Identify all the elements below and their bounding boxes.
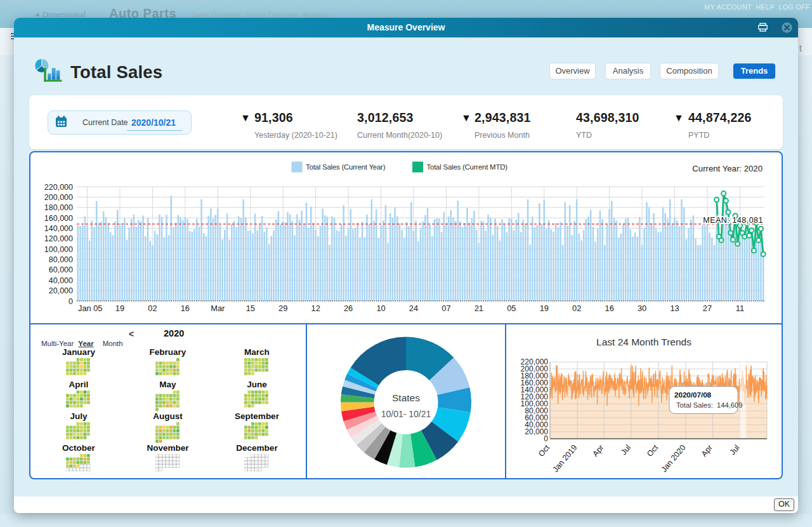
svg-text:100,000: 100,000 bbox=[44, 245, 73, 254]
svg-text:Total Sales (Current Year): Total Sales (Current Year) bbox=[306, 163, 386, 171]
svg-text:Total Sales: 144,609: Total Sales: 144,609 bbox=[676, 401, 743, 409]
svg-text:Oct: Oct bbox=[537, 443, 552, 458]
svg-text:2020/07/08: 2020/07/08 bbox=[674, 390, 712, 399]
svg-text:11: 11 bbox=[736, 304, 744, 313]
svg-text:10: 10 bbox=[376, 304, 385, 313]
svg-text:Last 24 Month Trends: Last 24 Month Trends bbox=[596, 337, 691, 347]
svg-text:60,000: 60,000 bbox=[49, 265, 73, 274]
svg-text:Current Year: 2020: Current Year: 2020 bbox=[692, 164, 763, 173]
svg-text:220,000: 220,000 bbox=[521, 357, 549, 366]
svg-text:30: 30 bbox=[638, 304, 646, 313]
svg-text:Oct: Oct bbox=[645, 443, 660, 458]
svg-text:160,000: 160,000 bbox=[44, 214, 73, 223]
svg-text:Apr: Apr bbox=[591, 443, 605, 458]
svg-text:02: 02 bbox=[572, 304, 581, 313]
svg-text:27: 27 bbox=[703, 304, 712, 313]
svg-text:120,000: 120,000 bbox=[44, 234, 73, 243]
svg-text:05: 05 bbox=[507, 304, 516, 313]
svg-text:16: 16 bbox=[605, 304, 614, 313]
svg-text:Jul: Jul bbox=[728, 443, 742, 457]
svg-text:Mar: Mar bbox=[211, 304, 225, 313]
svg-text:0: 0 bbox=[69, 297, 73, 306]
svg-text:21: 21 bbox=[475, 304, 483, 313]
svg-text:Jan 05: Jan 05 bbox=[78, 304, 102, 313]
svg-text:States: States bbox=[392, 392, 420, 403]
svg-text:Total Sales (Current MTD): Total Sales (Current MTD) bbox=[427, 163, 508, 171]
svg-text:12: 12 bbox=[311, 304, 320, 313]
svg-text:80,000: 80,000 bbox=[49, 255, 73, 264]
svg-text:200,000: 200,000 bbox=[44, 193, 73, 202]
svg-text:15: 15 bbox=[246, 304, 255, 313]
svg-text:140,000: 140,000 bbox=[44, 224, 73, 233]
svg-text:Jul: Jul bbox=[619, 443, 632, 457]
svg-text:20,000: 20,000 bbox=[49, 286, 73, 295]
svg-text:19: 19 bbox=[115, 304, 124, 313]
svg-text:Apr: Apr bbox=[700, 443, 714, 458]
svg-text:MEAN: 148,081: MEAN: 148,081 bbox=[703, 216, 763, 225]
svg-text:Jan 2020: Jan 2020 bbox=[660, 443, 688, 474]
svg-text:29: 29 bbox=[278, 304, 287, 313]
svg-text:02: 02 bbox=[148, 304, 157, 313]
svg-text:19: 19 bbox=[540, 304, 549, 313]
svg-text:180,000: 180,000 bbox=[44, 203, 73, 212]
svg-text:40,000: 40,000 bbox=[49, 276, 73, 285]
svg-text:07: 07 bbox=[442, 304, 450, 313]
svg-text:13: 13 bbox=[670, 304, 679, 313]
svg-text:220,000: 220,000 bbox=[44, 183, 73, 192]
svg-text:24: 24 bbox=[409, 304, 418, 313]
svg-text:10/01- 10/21: 10/01- 10/21 bbox=[381, 409, 431, 419]
svg-text:26: 26 bbox=[344, 304, 353, 313]
svg-text:Jan 2019: Jan 2019 bbox=[551, 443, 579, 474]
svg-text:16: 16 bbox=[181, 304, 190, 313]
